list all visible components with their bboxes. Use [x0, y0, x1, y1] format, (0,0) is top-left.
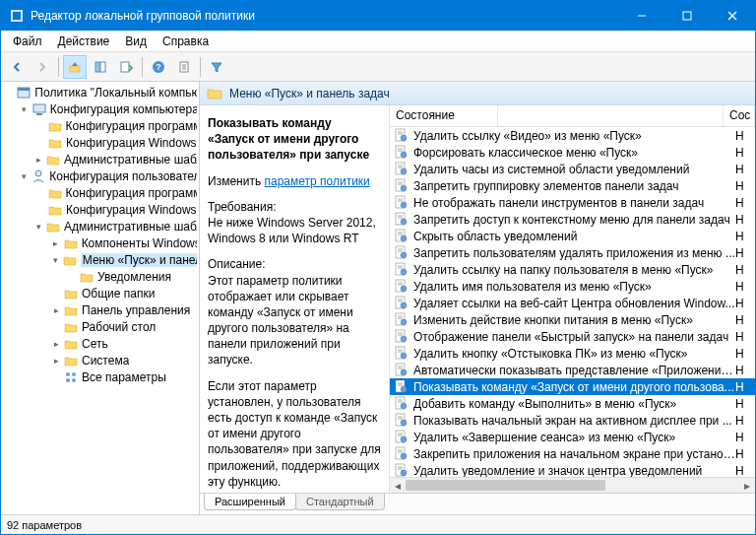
list-row[interactable]: Закрепить приложения на начальном экране…	[390, 445, 755, 462]
list-row[interactable]: Отображение панели «Быстрый запуск» на п…	[390, 328, 755, 345]
tree-item[interactable]: ▾Административные шаблоны	[3, 218, 197, 234]
toolbar: ?	[1, 52, 755, 82]
tree-toggle-icon[interactable]: ▸	[50, 304, 62, 316]
policy-state: Н	[735, 263, 755, 277]
tree-toggle-icon[interactable]: ▸	[50, 338, 62, 350]
horizontal-scrollbar[interactable]: ◂ ▸	[390, 477, 755, 493]
properties-button[interactable]	[172, 55, 196, 79]
column-name[interactable]	[498, 105, 724, 126]
menu-help[interactable]: Справка	[155, 33, 217, 50]
policy-icon	[394, 329, 410, 345]
list-row[interactable]: Запретить пользователям удалять приложен…	[390, 244, 755, 261]
list-row[interactable]: Добавить команду «Выполнить» в меню «Пус…	[390, 395, 755, 412]
back-button[interactable]	[5, 55, 29, 79]
tree-toggle-icon[interactable]: ▾	[19, 170, 30, 182]
svg-point-72	[401, 319, 407, 325]
tree-item[interactable]: Конфигурация программ	[3, 117, 197, 134]
list-row[interactable]: Изменить действие кнопки питания в меню …	[390, 311, 755, 328]
tree-toggle-icon[interactable]	[50, 288, 62, 300]
list-row[interactable]: Удалить ссылку на папку пользователя в м…	[390, 261, 755, 278]
tree-toggle-icon[interactable]: ▾	[34, 221, 44, 233]
policy-name: Запретить доступ к контекстному меню для…	[413, 213, 735, 227]
policy-icon	[394, 162, 410, 177]
list-row[interactable]: Форсировать классическое меню «Пуск»Н	[390, 144, 755, 161]
help-button[interactable]: ?	[147, 55, 170, 79]
tree-item[interactable]: Уведомления	[3, 268, 197, 285]
tree-toggle-icon[interactable]: ▸	[50, 355, 62, 367]
tree-toggle-icon[interactable]: ▾	[19, 103, 31, 115]
list-row[interactable]: Удалить часы из системной области уведом…	[390, 161, 755, 177]
list-header[interactable]: Состояние Сос	[390, 105, 755, 127]
menu-view[interactable]: Вид	[117, 33, 155, 50]
tree-item[interactable]: Конфигурация Windows	[3, 201, 197, 218]
list-row[interactable]: Удалить кнопку «Отстыковка ПК» из меню «…	[390, 345, 755, 362]
tree-toggle-icon[interactable]	[5, 87, 15, 99]
up-button[interactable]	[63, 55, 87, 79]
list-row[interactable]: Удалить ссылку «Видео» из меню «Пуск»Н	[390, 127, 755, 144]
minimize-button[interactable]	[619, 1, 664, 31]
list-row[interactable]: Запретить группировку элементов панели з…	[390, 177, 755, 194]
menu-file[interactable]: Файл	[5, 33, 50, 50]
tree-toggle-icon[interactable]	[50, 321, 62, 333]
tree-toggle-icon[interactable]: ▸	[34, 154, 44, 166]
list-row[interactable]: Удаляет ссылки на веб-сайт Центра обновл…	[390, 295, 755, 311]
policy-name: Закрепить приложения на начальном экране…	[413, 447, 735, 461]
folder-icon	[63, 235, 79, 251]
tree-item[interactable]: ▸Компоненты Windows	[3, 234, 197, 251]
list-row[interactable]: Запретить доступ к контекстному меню для…	[390, 211, 755, 228]
export-button[interactable]	[114, 55, 138, 79]
tree-item[interactable]: ▸Панель управления	[3, 301, 197, 318]
tree-label: Система	[82, 354, 129, 368]
list-row[interactable]: Показывать начальный экран на активном д…	[390, 412, 755, 429]
scrollbar-thumb[interactable]	[406, 480, 605, 491]
list-row[interactable]: Удалить «Завершение сеанса» из меню «Пус…	[390, 429, 755, 445]
tree-item[interactable]: Политика "Локальный компьютер"	[3, 84, 197, 100]
policy-icon	[394, 396, 410, 412]
tree-item[interactable]: Рабочий стол	[3, 318, 197, 335]
tab-extended[interactable]: Расширенный	[204, 494, 296, 510]
list-row[interactable]: Автоматически показывать представление «…	[390, 362, 755, 378]
tree-item[interactable]: ▸Система	[3, 352, 197, 368]
policy-state: Н	[735, 230, 755, 243]
tree-item[interactable]: Конфигурация Windows	[3, 134, 197, 151]
tree-toggle-icon[interactable]	[66, 271, 78, 283]
tree-item[interactable]: Все параметры	[3, 368, 197, 385]
list-row[interactable]: Удалить имя пользователя из меню «Пуск»Н	[390, 278, 755, 295]
tree-toggle-icon[interactable]: ▾	[50, 254, 61, 266]
show-hide-button[interactable]	[89, 55, 112, 79]
edit-policy-link[interactable]: параметр политики	[264, 174, 369, 188]
scroll-left-icon[interactable]: ◂	[390, 478, 406, 493]
policy-icon	[394, 128, 410, 144]
policy-list[interactable]: Удалить ссылку «Видео» из меню «Пуск»НФо…	[390, 127, 755, 493]
list-row[interactable]: Скрыть область уведомленийН	[390, 228, 755, 244]
tree-item[interactable]: ▾Конфигурация пользователя	[3, 167, 197, 184]
column-state[interactable]: Состояние	[390, 105, 498, 126]
tree-toggle-icon[interactable]	[50, 371, 62, 383]
tree-pane[interactable]: Политика "Локальный компьютер"▾Конфигура…	[1, 82, 200, 514]
column-co[interactable]: Сос	[724, 105, 755, 126]
tree-item[interactable]: Общие папки	[3, 285, 197, 301]
tree-item[interactable]: ▾Меню «Пуск» и панель	[3, 251, 197, 268]
policy-state: Н	[735, 179, 755, 193]
svg-point-56	[401, 252, 407, 258]
tree-toggle-icon[interactable]	[34, 137, 46, 149]
folder-icon	[45, 219, 61, 234]
tab-standard[interactable]: Стандартный	[295, 494, 385, 510]
tree-item[interactable]: ▸Сеть	[3, 335, 197, 352]
maximize-button[interactable]	[664, 1, 710, 31]
filter-button[interactable]	[205, 55, 228, 79]
tree-toggle-icon[interactable]: ▸	[50, 237, 62, 249]
tree-toggle-icon[interactable]	[34, 120, 46, 132]
list-row[interactable]: Не отображать панели инструментов в пане…	[390, 194, 755, 211]
tree-item[interactable]: ▾Конфигурация компьютера	[3, 100, 197, 117]
scroll-right-icon[interactable]: ▸	[739, 478, 755, 493]
tree-item[interactable]: Конфигурация программ	[3, 184, 197, 201]
menu-action[interactable]: Действие	[50, 33, 118, 50]
tree-item[interactable]: ▸Административные шаблоны	[3, 151, 197, 167]
list-row[interactable]: Показывать команду «Запуск от имени друг…	[390, 378, 755, 395]
tree-toggle-icon[interactable]	[34, 204, 46, 216]
tree-toggle-icon[interactable]	[34, 187, 46, 199]
tree-label: Конфигурация программ	[66, 119, 197, 133]
close-button[interactable]	[710, 1, 755, 31]
forward-button[interactable]	[31, 55, 54, 79]
